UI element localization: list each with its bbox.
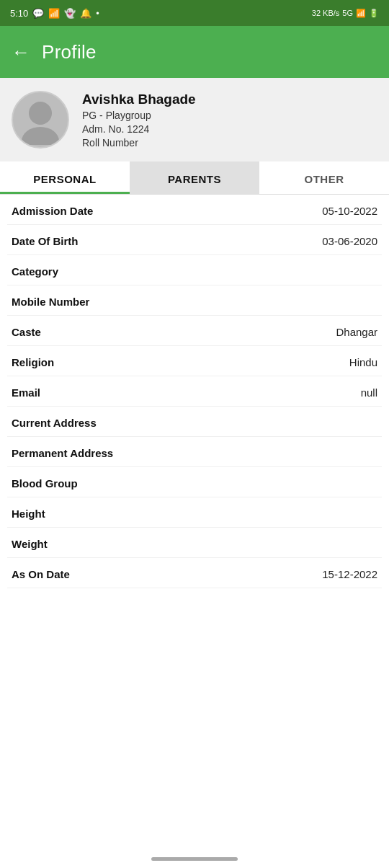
profile-name: Avishka Bhagade [82,92,196,107]
data-row: CasteDhangar [7,316,382,346]
app-bar: ← Profile [0,26,389,78]
data-label: Weight [12,538,156,550]
data-row: Permanent Address [7,437,382,467]
avatar-svg [15,94,66,145]
tab-personal[interactable]: PERSONAL [0,161,130,194]
data-label: Category [12,265,156,278]
data-value: null [156,386,377,399]
data-label: As On Date [12,568,156,580]
data-label: Date Of Birth [12,235,156,247]
profile-card: Avishka Bhagade PG - Playgroup Adm. No. … [0,78,389,161]
data-label: Height [12,508,156,520]
data-row: Emailnull [7,376,382,407]
avatar [12,91,69,149]
svg-point-0 [29,102,52,125]
data-label: Admission Date [12,205,156,217]
data-label: Caste [12,326,156,338]
personal-data-list: Admission Date05-10-2022Date Of Birth03-… [0,195,389,588]
profile-adm-no: Adm. No. 1224 [82,123,196,135]
data-value: 03-06-2020 [156,235,377,247]
svg-point-1 [22,127,59,145]
data-label: Current Address [12,417,156,429]
data-row: Current Address [7,407,382,437]
snapchat-icon: 👻 [64,8,76,19]
tabs-container: PERSONAL PARENTS OTHER [0,161,389,195]
status-bar: 5:10 💬 📶 👻 🔔 • 32 KB/s 5G 📶 🔋 [0,0,389,26]
data-row: Category [7,255,382,285]
data-row: Admission Date05-10-2022 [7,195,382,225]
status-right: 32 KB/s 5G 📶 🔋 [312,9,379,18]
battery-icon: 🔋 [369,9,379,18]
data-row: Height [7,497,382,528]
data-label: Permanent Address [12,447,156,459]
data-row: Weight [7,528,382,558]
data-row: Blood Group [7,467,382,497]
back-button[interactable]: ← [12,43,30,61]
dot-icon: • [96,8,99,19]
data-row: As On Date15-12-2022 [7,558,382,588]
data-value: Dhangar [156,326,377,338]
profile-roll-number: Roll Number [82,137,196,149]
data-value: 05-10-2022 [156,205,377,217]
tab-parents[interactable]: PARENTS [130,161,259,194]
data-label: Email [12,386,156,399]
data-value: Hindu [156,356,377,368]
status-time: 5:10 [10,8,28,19]
notification-icon: 🔔 [80,8,91,19]
data-row: Mobile Number [7,285,382,316]
data-value: 15-12-2022 [156,568,377,580]
profile-class: PG - Playgroup [82,110,196,121]
data-row: ReligionHindu [7,346,382,376]
profile-info: Avishka Bhagade PG - Playgroup Adm. No. … [82,92,196,149]
data-label: Religion [12,356,156,368]
signal-bars: 📶 [356,9,366,18]
whatsapp-icon: 💬 [32,8,44,19]
network-type: 5G [342,9,353,17]
data-row: Date Of Birth03-06-2020 [7,225,382,255]
bottom-indicator [151,857,238,861]
page-title: Profile [42,41,97,63]
signal-icon: 📶 [48,8,60,19]
data-label: Blood Group [12,477,156,490]
data-label: Mobile Number [12,296,156,308]
network-speed: 32 KB/s [312,9,340,17]
status-left: 5:10 💬 📶 👻 🔔 • [10,8,99,19]
tab-other[interactable]: OTHER [259,161,389,194]
